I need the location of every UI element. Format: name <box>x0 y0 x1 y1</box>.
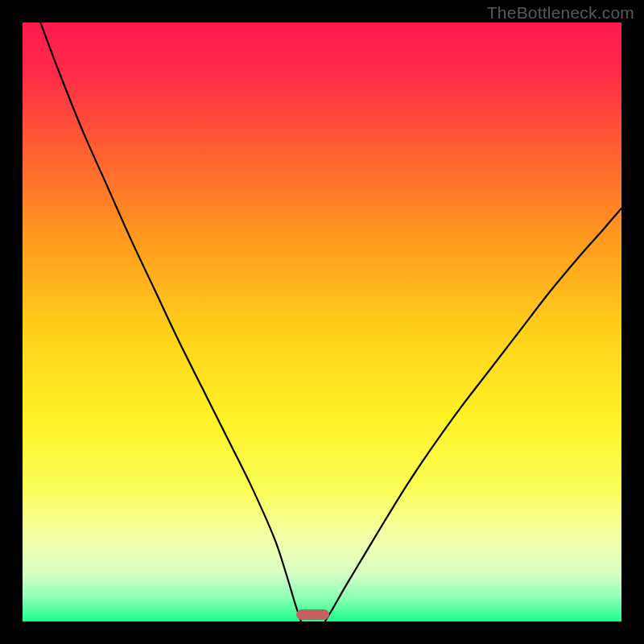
curves-layer <box>23 23 621 621</box>
plot-area <box>23 23 621 621</box>
chart-frame: TheBottleneck.com <box>0 0 644 644</box>
watermark-text: TheBottleneck.com <box>487 3 634 23</box>
left-curve <box>40 23 301 621</box>
bottleneck-marker <box>296 609 329 620</box>
right-curve <box>325 208 621 621</box>
